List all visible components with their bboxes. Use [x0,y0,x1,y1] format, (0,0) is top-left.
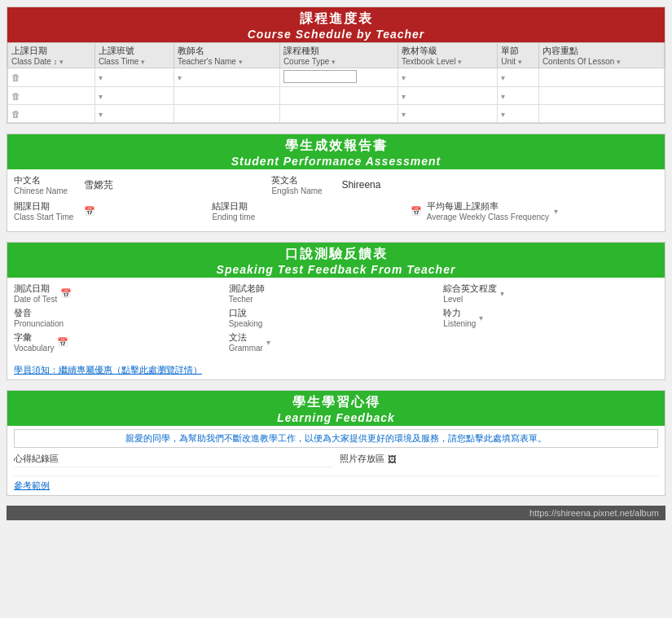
feedback-english-title: Learning Feedback [7,411,665,424]
table-row: 🗑 ▾ ▾ ▾ [8,105,665,123]
notes-col: 心得紀錄區 [14,453,333,471]
table-row: 🗑 ▾ ▾ ▾ ▾ [8,68,665,87]
notes-label: 心得紀錄區 [14,453,333,467]
footer-bar: https://shireena.pixnet.net/album [7,506,665,520]
course-schedule-header: 課程進度表 Course Schedule by Teacher [7,7,665,42]
start-date-label-en: Class Start Time [14,213,79,221]
assessment-row-2: 開課日期 Class Start Time 📅 結課日期 Ending time… [14,200,658,221]
filter-arrow-3[interactable]: ▾ [239,58,243,66]
dropdown-arrow-5[interactable]: ▾ [99,92,103,101]
dropdown-arrow-3[interactable]: ▾ [402,73,406,82]
footer-url: https://shireena.pixnet.net/album [529,508,659,518]
speaking-col-listening: 聆力 Listening ▾ [443,307,658,328]
calendar-icon-freq[interactable]: 📅 [411,206,422,217]
chinese-name-value: 雪嫦芫 [84,178,113,192]
col-textbook-level: 教材等級 Textbook Level ▾ [397,43,497,68]
row1-unit: ▾ [498,68,539,87]
dropdown-arrow-10[interactable]: ▾ [501,110,505,119]
chinese-name-label-ch: 中文名 [14,174,79,186]
level-dropdown[interactable]: ▾ [500,289,504,298]
course-schedule-section: 課程進度表 Course Schedule by Teacher 上課日期 Cl… [7,7,665,124]
row2-contents [538,87,664,105]
calendar-icon-start[interactable]: 📅 [84,206,95,217]
course-schedule-chinese-title: 課程進度表 [7,11,665,28]
dropdown-arrow-9[interactable]: ▾ [402,110,406,119]
row2-teacher [173,87,279,105]
speaking-col-pronunciation: 發音 Pronunciation [14,307,229,328]
speaking-col-speaking: 口說 Speaking [229,307,444,328]
filter-arrow-4[interactable]: ▾ [332,58,336,66]
row3-course-type [279,105,397,123]
speaking-row-2: 發音 Pronunciation 口說 Speaking 聆力 Listenin… [14,307,658,328]
dropdown-arrow-2[interactable]: ▾ [178,73,182,82]
speaking-test-section: 口說測驗反饋表 Speaking Test Feedback From Teac… [7,242,665,380]
speaking-col-level: 綜合英文程度 Level ▾ [443,283,658,304]
row1-time: ▾ [94,68,173,87]
feedback-chinese-title: 學生學習心得 [7,394,665,411]
student-notice-link[interactable]: 學員須知：繼續專屬優惠（點擊此處瀏覽詳情） [14,365,202,375]
frequency-field: 📅 平均每週上課頻率 Average Weekly Class Frequenc… [411,200,658,221]
row3-date: 🗑 [8,105,95,123]
grammar-dropdown[interactable]: ▾ [266,338,270,347]
english-name-label-ch: 英文名 [271,174,336,186]
filter-arrow-7[interactable]: ▾ [617,58,621,66]
course-type-input[interactable] [283,70,357,83]
speaking-row-3: 字彙 Vocabulary 📅 文法 Grammar ▾ [14,331,658,353]
speaking-col-teacher: 測試老師 Techer [229,283,444,304]
more-cases-link[interactable]: 參考範例 [14,480,50,490]
dropdown-arrow-6[interactable]: ▾ [402,92,406,101]
assessment-english-title: Student Performance Assessment [7,155,665,168]
student-notice: 學員須知：繼續專屬優惠（點擊此處瀏覽詳情） [7,361,665,379]
row2-unit: ▾ [498,87,539,105]
speaking-col-date: 測試日期 Date of Test 📅 [14,283,229,304]
col-teacher-name: 教師名 Teacher's Name ▾ [173,43,279,68]
photo-label: 照片存放區 [340,453,384,465]
course-schedule-english-title: Course Schedule by Teacher [7,28,665,41]
col-unit: 單節 Unit ▾ [498,43,539,68]
assessment-row-1: 中文名 Chinese Name 雪嫦芫 英文名 English Name Sh… [14,174,658,195]
row3-unit: ▾ [498,105,539,123]
photo-col: 照片存放區 🖼 [340,453,659,471]
end-date-field: 結課日期 Ending time [212,200,410,221]
row2-course-type [279,87,397,105]
feedback-notice-text[interactable]: 親愛的同學，為幫助我們不斷改進教學工作，以便為大家提供更好的環境及服務，請您點擊… [125,433,547,443]
dropdown-arrow[interactable]: ▾ [99,73,103,82]
filter-arrow-5[interactable]: ▾ [458,58,462,66]
row2-level: ▾ [397,87,497,105]
listening-dropdown[interactable]: ▾ [479,313,483,322]
dropdown-arrow-7[interactable]: ▾ [501,92,505,101]
frequency-dropdown[interactable]: ▾ [554,207,558,216]
row3-level: ▾ [397,105,497,123]
end-date-label-ch: 結課日期 [212,200,277,213]
calendar-icon-test[interactable]: 📅 [60,288,72,299]
dropdown-arrow-4[interactable]: ▾ [501,73,505,82]
speaking-header: 口說測驗反饋表 Speaking Test Feedback From Teac… [7,243,665,278]
row1-course-type[interactable] [279,68,397,87]
sort-icon[interactable]: ↕ [54,58,58,66]
calendar-icon-vocab[interactable]: 📅 [57,337,68,348]
dropdown-arrow-8[interactable]: ▾ [99,110,103,119]
feedback-bottom: 心得紀錄區 照片存放區 🖼 [14,453,658,471]
frequency-label-en: Average Weekly Class Frequency [427,213,549,221]
assessment-header: 學生成效報告書 Student Performance Assessment [7,134,665,169]
feedback-notice: 親愛的同學，為幫助我們不斷改進教學工作，以便為大家提供更好的環境及服務，請您點擊… [14,429,658,448]
row3-teacher [173,105,279,123]
row2-date: 🗑 [8,87,95,105]
end-date-label-en: Ending time [212,213,277,221]
start-date-label-ch: 開課日期 [14,200,79,213]
filter-arrow-6[interactable]: ▾ [518,58,522,66]
start-date-field: 開課日期 Class Start Time 📅 [14,200,212,221]
frequency-label-ch: 平均每週上課頻率 [427,200,549,213]
col-class-time: 上課班號 Class Time ▾ [94,43,173,68]
trash-icon-2[interactable]: 🗑 [11,91,20,101]
trash-icon-3[interactable]: 🗑 [11,109,20,119]
filter-arrow[interactable]: ▾ [59,58,64,66]
trash-icon[interactable]: 🗑 [11,72,20,82]
speaking-english-title: Speaking Test Feedback From Teacher [7,263,665,276]
col-course-type: 課程種類 Course Type ▾ [279,43,397,68]
row2-time: ▾ [94,87,173,105]
speaking-row-1: 測試日期 Date of Test 📅 測試老師 Techer 綜合英文程度 L… [14,283,658,304]
row1-date: 🗑 [8,68,95,87]
filter-arrow-2[interactable]: ▾ [141,58,145,66]
row3-contents [538,105,664,123]
